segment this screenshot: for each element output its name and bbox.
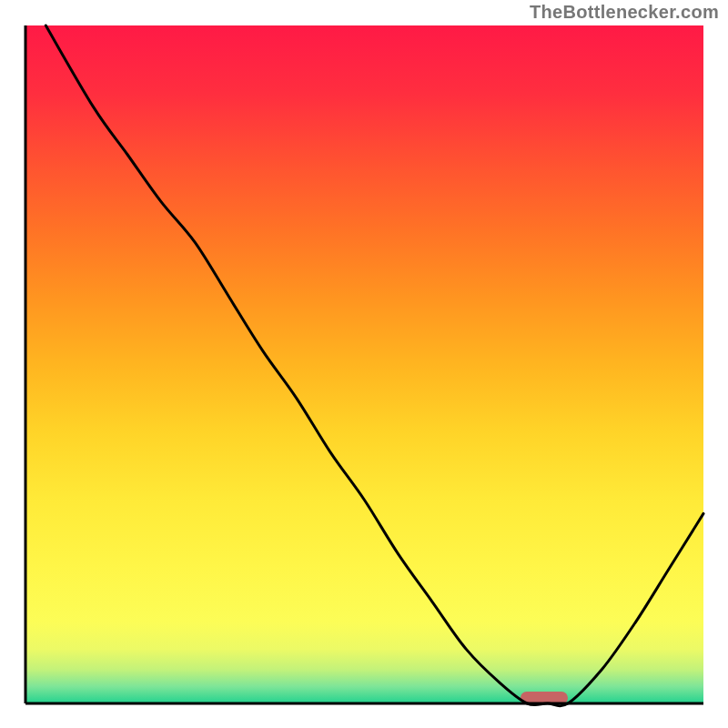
bottleneck-chart [0,0,728,728]
chart-canvas: TheBottlenecker.com [0,0,728,728]
plot-background [25,25,703,703]
